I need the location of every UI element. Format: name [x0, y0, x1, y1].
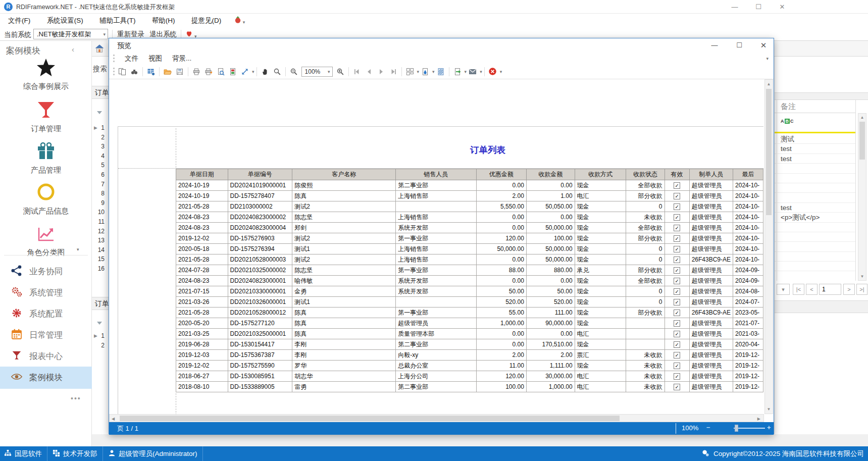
- magnifier-button[interactable]: [272, 66, 283, 77]
- grid-row-number[interactable]: 8: [92, 189, 108, 198]
- zoom-slider-track[interactable]: [734, 428, 765, 429]
- prev-page-button[interactable]: <: [806, 284, 818, 295]
- remark-cell[interactable]: [775, 164, 855, 173]
- grid-row-number[interactable]: 13: [92, 236, 108, 245]
- quick-print-button[interactable]: [203, 66, 214, 77]
- sidebar-more-button[interactable]: •••: [71, 394, 81, 402]
- page-color-button[interactable]: [227, 66, 238, 77]
- chevron-down-icon[interactable]: ▾: [465, 69, 467, 74]
- remark-cell[interactable]: test: [775, 154, 855, 164]
- search-button[interactable]: [129, 66, 140, 77]
- menu-tools[interactable]: 辅助工具(T): [92, 14, 142, 28]
- remark-cell[interactable]: 测试: [775, 134, 855, 144]
- save-button[interactable]: [174, 66, 185, 77]
- dialog-maximize-button[interactable]: ☐: [731, 40, 747, 51]
- remark-cell[interactable]: [775, 242, 855, 251]
- sidebar-module-role-chart[interactable]: 角色分类图 ▾: [0, 224, 92, 258]
- close-preview-button[interactable]: [487, 66, 498, 77]
- chevron-down-icon[interactable]: ▾: [500, 69, 502, 74]
- sidebar-collapse-button[interactable]: ‹: [72, 45, 74, 54]
- filter-funnel-icon[interactable]: [97, 322, 102, 325]
- zoom-slider-thumb[interactable]: [735, 425, 738, 432]
- zoom-level-combo[interactable]: 100%▾: [301, 67, 333, 77]
- grid-row-number[interactable]: 9: [92, 198, 108, 208]
- close-button[interactable]: ✕: [774, 2, 791, 12]
- sidebar-item-system-mgmt[interactable]: 系统管理: [0, 282, 92, 303]
- page-number-input[interactable]: [819, 284, 841, 295]
- chevron-down-icon[interactable]: ▾: [432, 69, 435, 74]
- dialog-minimize-button[interactable]: —: [706, 40, 723, 51]
- grid-row-number[interactable]: 6: [92, 170, 108, 180]
- dialog-close-button[interactable]: ✕: [755, 40, 772, 51]
- dialog-menu-file[interactable]: 文件: [125, 54, 138, 63]
- field-list-button[interactable]: [145, 66, 157, 77]
- status-department[interactable]: 技术开发部: [63, 449, 97, 458]
- dialog-menu-background[interactable]: 背景...: [172, 54, 191, 63]
- scrollbar-thumb[interactable]: [859, 122, 865, 160]
- scroll-left-icon[interactable]: ◀: [112, 417, 115, 421]
- grid-row-number[interactable]: 10: [92, 208, 108, 217]
- group-header-orders[interactable]: 订单: [92, 86, 109, 99]
- maximize-button[interactable]: ☐: [750, 2, 767, 12]
- remark-cell[interactable]: [775, 174, 855, 183]
- last-page-button[interactable]: [388, 66, 399, 77]
- remark-column-header[interactable]: 备注: [775, 100, 855, 113]
- multiple-pages-button[interactable]: [404, 66, 416, 77]
- minimize-button[interactable]: —: [726, 2, 743, 12]
- watermark-button[interactable]: [435, 66, 446, 77]
- grid-row-number[interactable]: 14: [92, 245, 108, 255]
- menu-feedback[interactable]: 提意见(D): [184, 14, 228, 28]
- chevron-down-icon[interactable]: ▾: [417, 69, 420, 74]
- drag-grip-icon[interactable]: [113, 68, 115, 75]
- scroll-up-icon[interactable]: ▲: [858, 115, 866, 120]
- page-size-combo[interactable]: ▾: [777, 284, 790, 295]
- remark-cell[interactable]: [775, 262, 855, 271]
- grid-row-number[interactable]: 11: [92, 217, 108, 227]
- theme-fruit-icon[interactable]: ▾: [234, 16, 245, 26]
- sidebar-module-showcase[interactable]: 综合事例展示: [0, 58, 92, 91]
- remark-cell[interactable]: test: [775, 203, 855, 213]
- menu-help[interactable]: 帮助(H): [145, 14, 182, 28]
- remark-cell[interactable]: [775, 223, 855, 232]
- print-preview-button[interactable]: [215, 66, 226, 77]
- abc-filter-icon[interactable]: ABC: [781, 116, 794, 125]
- menu-system-settings[interactable]: 系统设置(S): [40, 14, 90, 28]
- export-document-button[interactable]: [452, 66, 463, 77]
- grid-row-number[interactable]: 1: [92, 331, 108, 341]
- status-user[interactable]: 超级管理员(Administrator): [119, 449, 197, 458]
- report-document-area[interactable]: 订单列表 单据日期单据编号客户名称销售人员优惠金额收款金额收款方式收款状态有效制…: [109, 79, 763, 414]
- grid-row-number[interactable]: 1: [92, 123, 108, 133]
- home-tab[interactable]: [95, 44, 104, 55]
- document-vscrollbar[interactable]: ▲ ▼: [764, 79, 773, 414]
- filter-funnel-icon[interactable]: [97, 111, 102, 114]
- remark-cell[interactable]: [775, 232, 855, 242]
- sidebar-item-report-center[interactable]: 报表中心: [0, 346, 92, 367]
- print-button[interactable]: [191, 66, 202, 77]
- page-background-button[interactable]: [420, 66, 431, 77]
- first-page-button[interactable]: |<: [793, 284, 804, 295]
- grid-row-number[interactable]: 12: [92, 227, 108, 236]
- grid-row-number[interactable]: 3: [92, 142, 108, 151]
- dialog-title-bar[interactable]: 预览 — ☐ ✕: [109, 38, 774, 53]
- grid-row-number[interactable]: 5: [92, 161, 108, 170]
- scroll-down-icon[interactable]: ▼: [765, 407, 773, 412]
- previous-page-button[interactable]: [364, 66, 375, 77]
- remark-cell[interactable]: test: [775, 144, 855, 153]
- chevron-down-icon[interactable]: ▾: [480, 69, 482, 74]
- chevron-down-icon[interactable]: ▾: [252, 69, 254, 74]
- next-page-button[interactable]: >: [843, 284, 855, 295]
- right-panel-scrollbar[interactable]: ▲ ▼: [858, 113, 866, 281]
- menu-file[interactable]: 文件(F): [1, 14, 37, 28]
- scrollbar-thumb[interactable]: [120, 416, 620, 421]
- zoom-out-icon[interactable]: –: [706, 423, 710, 431]
- grid-row-number[interactable]: 2: [92, 133, 108, 142]
- grid-row-number[interactable]: 7: [92, 180, 108, 189]
- scroll-down-icon[interactable]: ▼: [858, 274, 866, 279]
- sidebar-item-system-config[interactable]: 系统配置: [0, 303, 92, 325]
- send-email-button[interactable]: [467, 66, 478, 77]
- status-company[interactable]: 国思软件: [15, 449, 42, 458]
- scale-button[interactable]: [239, 66, 250, 77]
- remark-cell[interactable]: [775, 183, 855, 193]
- grid-row-number[interactable]: 4: [92, 151, 108, 161]
- remark-cell[interactable]: <p>测试</p>: [775, 213, 855, 222]
